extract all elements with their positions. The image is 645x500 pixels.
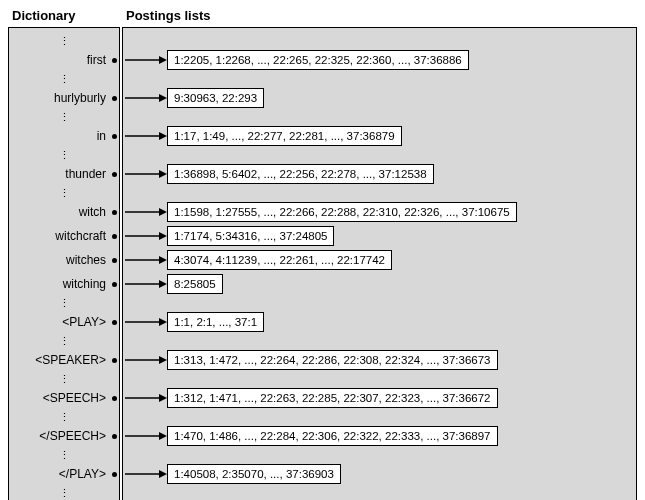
svg-marker-25: [159, 470, 167, 478]
postings-row: 1:313, 1:472, ..., 22:264, 22:286, 22:30…: [127, 348, 632, 372]
dictionary-ellipsis: ⋮: [9, 372, 119, 386]
postings-list: 9:30963, 22:293: [167, 88, 264, 108]
dictionary-term-row: </SPEECH>: [9, 424, 119, 448]
dictionary-term: first: [9, 53, 112, 67]
dictionary-term-row: <SPEECH>: [9, 386, 119, 410]
dictionary-term: <SPEAKER>: [9, 353, 112, 367]
term-node-dot: [112, 258, 117, 263]
svg-marker-21: [159, 394, 167, 402]
postings-column: Postings lists 1:2205, 1:2268, ..., 22:2…: [122, 8, 637, 500]
dictionary-term-row: hurlyburly: [9, 86, 119, 110]
postings-ellipsis-spacer: [127, 148, 632, 162]
postings-ellipsis-spacer: [127, 410, 632, 424]
term-node-dot: [112, 472, 117, 477]
postings-ellipsis-spacer: [127, 72, 632, 86]
arrow-icon: [127, 86, 167, 110]
dictionary-term: </PLAY>: [9, 467, 112, 481]
postings-list: 1:470, 1:486, ..., 22:284, 22:306, 22:32…: [167, 426, 498, 446]
vdots-icon: ⋮: [9, 74, 119, 84]
postings-list: 1:1598, 1:27555, ..., 22:266, 22:288, 22…: [167, 202, 517, 222]
arrow-icon: [127, 248, 167, 272]
arrow-icon: [127, 462, 167, 486]
dictionary-term: <SPEECH>: [9, 391, 112, 405]
dictionary-term-row: witching: [9, 272, 119, 296]
dictionary-ellipsis: ⋮: [9, 410, 119, 424]
postings-list: 1:17, 1:49, ..., 22:277, 22:281, ..., 37…: [167, 126, 402, 146]
dictionary-term: witching: [9, 277, 112, 291]
arrow-icon: [127, 124, 167, 148]
term-node-dot: [112, 320, 117, 325]
arrow-icon: [127, 310, 167, 334]
term-node-dot: [112, 282, 117, 287]
postings-list: 1:40508, 2:35070, ..., 37:36903: [167, 464, 341, 484]
dictionary-ellipsis: ⋮: [9, 72, 119, 86]
postings-ellipsis-spacer: [127, 34, 632, 48]
postings-row: 1:40508, 2:35070, ..., 37:36903: [127, 462, 632, 486]
dictionary-term-row: witchcraft: [9, 224, 119, 248]
postings-ellipsis-spacer: [127, 296, 632, 310]
postings-list: 1:36898, 5:6402, ..., 22:256, 22:278, ..…: [167, 164, 434, 184]
postings-row: 8:25805: [127, 272, 632, 296]
dictionary-term: witches: [9, 253, 112, 267]
dictionary-term: witch: [9, 205, 112, 219]
dictionary-term: thunder: [9, 167, 112, 181]
dictionary-term-row: <SPEAKER>: [9, 348, 119, 372]
vdots-icon: ⋮: [9, 336, 119, 346]
vdots-icon: ⋮: [9, 112, 119, 122]
vdots-icon: ⋮: [9, 488, 119, 498]
postings-row: 1:470, 1:486, ..., 22:284, 22:306, 22:32…: [127, 424, 632, 448]
arrow-icon: [127, 162, 167, 186]
arrow-icon: [127, 386, 167, 410]
term-node-dot: [112, 434, 117, 439]
postings-ellipsis-spacer: [127, 334, 632, 348]
dictionary-term: <PLAY>: [9, 315, 112, 329]
postings-ellipsis-spacer: [127, 186, 632, 200]
postings-ellipsis-spacer: [127, 486, 632, 500]
dictionary-ellipsis: ⋮: [9, 186, 119, 200]
dictionary-term-row: in: [9, 124, 119, 148]
dictionary-ellipsis: ⋮: [9, 148, 119, 162]
dictionary-ellipsis: ⋮: [9, 34, 119, 48]
arrow-icon: [127, 48, 167, 72]
arrow-icon: [127, 424, 167, 448]
dictionary-ellipsis: ⋮: [9, 486, 119, 500]
postings-box: 1:2205, 1:2268, ..., 22:265, 22:325, 22:…: [122, 27, 637, 500]
arrow-icon: [127, 272, 167, 296]
postings-ellipsis-spacer: [127, 372, 632, 386]
arrow-icon: [127, 224, 167, 248]
dictionary-term-row: <PLAY>: [9, 310, 119, 334]
postings-list: 4:3074, 4:11239, ..., 22:261, ..., 22:17…: [167, 250, 392, 270]
postings-list: 1:312, 1:471, ..., 22:263, 22:285, 22:30…: [167, 388, 498, 408]
dictionary-column: Dictionary ⋮ first ⋮ hurlyburly ⋮ in ⋮ t…: [8, 8, 120, 500]
postings-row: 1:7174, 5:34316, ..., 37:24805: [127, 224, 632, 248]
arrow-icon: [127, 200, 167, 224]
svg-marker-15: [159, 280, 167, 288]
postings-row: 1:1598, 1:27555, ..., 22:266, 22:288, 22…: [127, 200, 632, 224]
vdots-icon: ⋮: [9, 374, 119, 384]
term-node-dot: [112, 58, 117, 63]
term-node-dot: [112, 396, 117, 401]
vdots-icon: ⋮: [9, 150, 119, 160]
term-node-dot: [112, 210, 117, 215]
vdots-icon: ⋮: [9, 412, 119, 422]
vdots-icon: ⋮: [9, 188, 119, 198]
term-node-dot: [112, 172, 117, 177]
dictionary-term: in: [9, 129, 112, 143]
vdots-icon: ⋮: [9, 298, 119, 308]
postings-row: 9:30963, 22:293: [127, 86, 632, 110]
term-node-dot: [112, 358, 117, 363]
postings-row: 1:17, 1:49, ..., 22:277, 22:281, ..., 37…: [127, 124, 632, 148]
vdots-icon: ⋮: [9, 450, 119, 460]
dictionary-ellipsis: ⋮: [9, 296, 119, 310]
postings-list: 1:7174, 5:34316, ..., 37:24805: [167, 226, 334, 246]
postings-list: 1:313, 1:472, ..., 22:264, 22:286, 22:30…: [167, 350, 498, 370]
term-node-dot: [112, 234, 117, 239]
vdots-icon: ⋮: [9, 36, 119, 46]
dictionary-term-row: </PLAY>: [9, 462, 119, 486]
postings-row: 1:2205, 1:2268, ..., 22:265, 22:325, 22:…: [127, 48, 632, 72]
dictionary-box: ⋮ first ⋮ hurlyburly ⋮ in ⋮ thunder ⋮ wi…: [8, 27, 120, 500]
postings-header: Postings lists: [122, 8, 637, 23]
svg-marker-7: [159, 170, 167, 178]
svg-marker-13: [159, 256, 167, 264]
dictionary-ellipsis: ⋮: [9, 334, 119, 348]
